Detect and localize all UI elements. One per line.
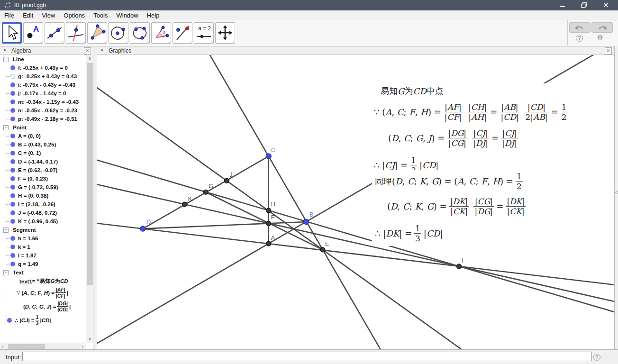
visibility-dot[interactable] [10,176,15,181]
visibility-dot[interactable] [10,117,15,121]
tool-dropdown-icon[interactable]: ▿ [104,40,107,44]
algebra-close-icon[interactable]: ✕ [84,47,91,55]
tool-dropdown-icon[interactable]: ▿ [18,39,20,43]
scroll-right-icon[interactable]: › [82,344,83,349]
algebra-vertical-scrollbar[interactable]: ∧ ∨ [86,55,93,343]
scroll-up-icon[interactable]: ∧ [88,56,91,61]
algebra-horizontal-scrollbar[interactable]: ‹ › [0,343,86,349]
algebra-item[interactable]: q = 1.49 [6,260,86,268]
visibility-dot[interactable] [10,100,15,104]
visibility-dot[interactable] [10,193,15,198]
visibility-dot[interactable] [10,142,15,147]
input-help-icon[interactable]: ? [593,354,600,361]
visibility-dot[interactable] [10,202,15,207]
point-B[interactable] [303,219,309,224]
menu-window[interactable]: Window [112,10,142,20]
perpendicular-line-tool-button[interactable]: ▿ [66,22,86,44]
redo-button[interactable] [591,22,613,33]
algebra-item[interactable]: n: -0.45x - 0.62y = -0.23 [6,106,86,115]
visibility-dot[interactable] [10,65,15,70]
visibility-dot[interactable] [10,236,15,241]
point-tool-button[interactable]: A▿ [23,22,43,44]
tool-dropdown-icon[interactable]: ▿ [126,40,128,44]
circle-tool-button[interactable]: ▿ [109,22,128,44]
tool-dropdown-icon[interactable]: ▿ [168,40,171,44]
menu-tools[interactable]: Tools [89,10,112,20]
restore-button[interactable] [576,0,592,10]
algebra-item[interactable]: D = (-1.44, 0.17) [6,157,86,166]
algebra-item[interactable]: l = 1.87 [6,251,86,260]
algebra-item[interactable]: C = (0, 1) [6,149,86,157]
visibility-dot[interactable] [10,82,15,87]
algebra-item[interactable]: H = (0, 0.38) [6,191,86,200]
visibility-dot[interactable] [10,185,15,190]
menu-options[interactable]: Options [59,10,89,20]
proof-text-block-2[interactable]: 同理(D, C; K, G) = (A, C; F, H) = 12(D, C;… [372,170,533,246]
panel-collapse-arrow-icon[interactable]: ◁ [615,190,618,194]
tool-dropdown-icon[interactable]: ▿ [190,40,192,44]
visibility-dot[interactable] [10,210,15,215]
visibility-dot[interactable] [10,168,15,173]
visibility-dot[interactable] [10,74,15,79]
move-tool-button[interactable]: ▿ [2,22,22,44]
point-D[interactable] [140,226,145,231]
visibility-dot[interactable] [10,262,15,266]
visibility-dot[interactable] [10,245,15,249]
visibility-dot[interactable] [10,91,15,96]
menu-edit[interactable]: Edit [18,10,37,20]
collapse-toggle-icon[interactable]: − [3,57,9,62]
algebra-text-line[interactable]: ∵ (A, C; F, H) = |AF||CF| | [17,286,86,300]
close-button[interactable] [598,0,614,10]
algebra-item[interactable]: i: -0.75x - 0.43y = -0.43 [6,81,86,89]
point-J[interactable] [224,178,229,183]
algebra-text-line[interactable]: ∴ |CJ| = 13 |CD| [14,313,86,327]
menu-help[interactable]: Help [143,10,164,20]
collapse-toggle-icon[interactable]: − [3,228,9,233]
point-H[interactable] [266,208,271,213]
reflect-tool-button[interactable]: ▿ [173,22,192,44]
algebra-item[interactable]: p: -0.49x - 2.18y = -0.51 [6,115,86,123]
toolbar-help-icon[interactable]: ? [576,35,583,42]
vertical-scroll-thumb[interactable] [87,63,93,285]
proof-text-block-1[interactable]: 易知G为CD中点∵ (A, C; F, H) = |AF||CF||CH||AH… [371,83,575,178]
collapse-toggle-icon[interactable]: − [3,270,9,275]
point-E[interactable] [320,247,325,252]
algebra-item[interactable]: K = (-0.96, 0.45) [6,217,86,226]
scroll-down-icon[interactable]: ∨ [88,337,91,341]
line-tool-button[interactable]: ▿ [45,22,64,44]
algebra-item[interactable]: B = (0.43, 0.25) [6,140,86,149]
algebra-collapse-icon[interactable]: ▸ [4,47,7,52]
tool-dropdown-icon[interactable]: ▿ [40,40,43,44]
command-input[interactable] [22,352,592,361]
algebra-item[interactable]: g: -0.25x + 0.43y = 0.43 [6,72,86,81]
algebra-item[interactable]: f: -0.25x + 0.43y = 0 [6,64,86,72]
point-I[interactable] [456,264,461,269]
settings-gear-icon[interactable]: ⚙ [596,34,604,41]
scroll-left-icon[interactable]: ‹ [2,344,4,349]
point-A[interactable] [266,241,271,246]
algebra-text-line[interactable]: text1 = “易知G为CD [19,277,86,286]
visibility-dot[interactable] [7,318,12,323]
algebra-text-line[interactable]: (D, C; G, J) = |DG||CG| | [23,300,86,313]
visibility-dot[interactable] [10,108,15,113]
segment-l[interactable] [143,222,306,229]
horizontal-scroll-thumb[interactable] [8,344,45,349]
algebra-item[interactable]: A = (0, 0) [6,132,86,140]
menu-view[interactable]: View [37,10,59,20]
algebra-item[interactable]: j: -0.17x - 1.44y = 0 [6,89,86,98]
algebra-item[interactable]: m: -0.34x - 1.15y = -0.43 [6,98,86,106]
point-K[interactable] [182,202,187,207]
graphics-collapse-icon[interactable]: ▸ [101,47,104,52]
tool-dropdown-icon[interactable]: ▿ [83,40,85,44]
collapse-toggle-icon[interactable]: − [3,125,9,130]
tool-dropdown-icon[interactable]: ▿ [147,40,149,44]
algebra-item[interactable]: J = (-0.48, 0.72) [6,209,86,217]
point-G[interactable] [203,190,208,194]
visibility-dot[interactable] [10,253,15,258]
conic-tool-button[interactable]: ▿ [130,22,150,44]
visibility-dot[interactable] [10,151,15,155]
polygon-tool-button[interactable]: ▿ [87,22,107,44]
visibility-dot[interactable] [10,159,15,164]
menu-file[interactable]: File [0,10,18,20]
slider-tool-button[interactable]: a = 2▿ [194,22,214,44]
